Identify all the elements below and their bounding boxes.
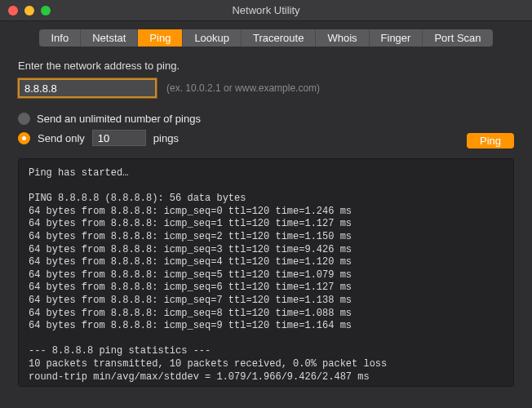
close-icon[interactable] — [8, 6, 18, 16]
tab-info[interactable]: Info — [39, 29, 81, 47]
address-hint: (ex. 10.0.2.1 or www.example.com) — [166, 82, 320, 94]
tab-traceroute[interactable]: Traceroute — [242, 29, 316, 47]
tab-lookup[interactable]: Lookup — [183, 29, 242, 47]
ping-output[interactable]: Ping has started… PING 8.8.8.8 (8.8.8.8)… — [18, 158, 514, 387]
tab-whois[interactable]: Whois — [316, 29, 369, 47]
tab-netstat[interactable]: Netstat — [81, 29, 138, 47]
titlebar: Network Utility — [0, 0, 532, 21]
tab-bar: Info Netstat Ping Lookup Traceroute Whoi… — [0, 21, 532, 53]
ping-count-input[interactable] — [92, 130, 146, 146]
radio-sendonly-label: Send only — [38, 132, 85, 144]
zoom-icon[interactable] — [41, 6, 51, 16]
address-input[interactable] — [18, 78, 157, 98]
radio-unlimited[interactable] — [18, 113, 30, 125]
radio-unlimited-label: Send an unlimited number of pings — [37, 113, 201, 125]
radio-sendonly[interactable] — [18, 132, 30, 144]
tab-finger[interactable]: Finger — [370, 29, 423, 47]
tab-ping[interactable]: Ping — [138, 29, 183, 47]
pings-suffix: pings — [153, 132, 179, 144]
address-prompt: Enter the network address to ping. — [18, 60, 514, 72]
minimize-icon[interactable] — [24, 6, 34, 16]
tab-portscan[interactable]: Port Scan — [423, 29, 492, 47]
ping-button[interactable]: Ping — [467, 133, 514, 149]
window-title: Network Utility — [0, 4, 532, 16]
